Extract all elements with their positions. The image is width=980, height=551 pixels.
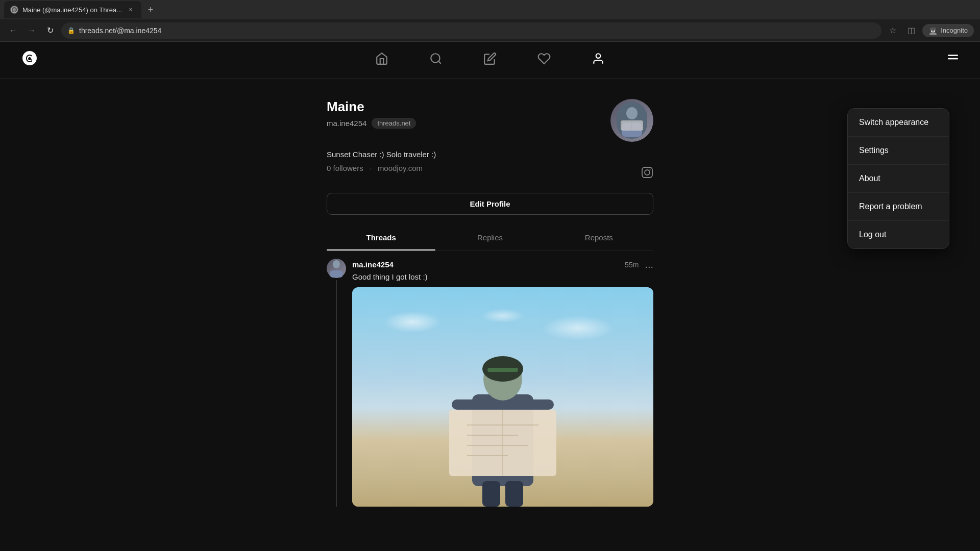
browser-tab-bar: Maine (@ma.ine4254) on Threa... × + bbox=[0, 0, 980, 19]
profile-nav-icon[interactable] bbox=[592, 52, 605, 68]
profile-badge: threads.net bbox=[372, 118, 416, 129]
svg-point-12 bbox=[626, 107, 638, 119]
dropdown-settings[interactable]: Settings bbox=[848, 137, 949, 165]
dropdown-report-problem[interactable]: Report a problem bbox=[848, 193, 949, 221]
svg-point-2 bbox=[929, 32, 937, 35]
profile-stats-row: 0 followers · moodjoy.com bbox=[327, 164, 653, 183]
svg-line-7 bbox=[438, 61, 441, 64]
tab-replies[interactable]: Replies bbox=[435, 225, 544, 250]
incognito-icon bbox=[928, 26, 938, 35]
incognito-label: Incognito bbox=[941, 27, 968, 34]
tab-threads[interactable]: Threads bbox=[327, 225, 435, 250]
profile-bio: Sunset Chaser :) Solo traveler :) bbox=[327, 150, 653, 159]
profile-section: Maine ma.ine4254 threads.net bbox=[316, 79, 664, 251]
post-thread-line bbox=[336, 280, 337, 507]
svg-point-17 bbox=[645, 170, 650, 175]
post-text: Good thing I got lost :) bbox=[352, 272, 653, 281]
forward-button[interactable]: → bbox=[24, 23, 39, 38]
incognito-badge: Incognito bbox=[922, 24, 974, 37]
post-header: ma.ine4254 55m ... bbox=[352, 259, 653, 270]
dropdown-switch-appearance[interactable]: Switch appearance bbox=[848, 109, 949, 137]
post-meta: 55m ... bbox=[625, 259, 653, 270]
svg-point-6 bbox=[431, 54, 439, 62]
compose-nav-icon[interactable] bbox=[483, 52, 497, 68]
svg-rect-3 bbox=[930, 28, 936, 31]
lock-icon: 🔒 bbox=[67, 27, 75, 34]
dropdown-menu: Switch appearance Settings About Report … bbox=[847, 108, 949, 249]
extension-button[interactable]: ◫ bbox=[904, 23, 918, 38]
dropdown-logout[interactable]: Log out bbox=[848, 221, 949, 248]
browser-toolbar: ← → ↻ 🔒 threads.net/@ma.ine4254 ☆ ◫ Inco… bbox=[0, 19, 980, 42]
threads-logo bbox=[20, 49, 39, 71]
person-with-map bbox=[426, 313, 579, 507]
svg-rect-16 bbox=[642, 167, 652, 178]
edit-profile-button[interactable]: Edit Profile bbox=[327, 193, 653, 215]
url-text: threads.net/@ma.ine4254 bbox=[79, 27, 161, 35]
svg-rect-24 bbox=[487, 368, 518, 372]
profile-header: Maine ma.ine4254 threads.net bbox=[327, 99, 653, 142]
tab-favicon bbox=[10, 6, 18, 14]
top-nav bbox=[0, 42, 980, 79]
post-image bbox=[352, 287, 653, 507]
profile-avatar bbox=[610, 99, 653, 142]
address-bar[interactable]: 🔒 threads.net/@ma.ine4254 bbox=[61, 22, 881, 39]
app-content: Maine ma.ine4254 threads.net bbox=[0, 42, 980, 551]
svg-rect-25 bbox=[452, 399, 477, 410]
browser-tab-active[interactable]: Maine (@ma.ine4254) on Threa... × bbox=[4, 1, 141, 18]
home-nav-icon[interactable] bbox=[375, 52, 388, 68]
svg-point-5 bbox=[934, 30, 935, 32]
svg-point-19 bbox=[333, 260, 340, 268]
profile-tabs: Threads Replies Reposts bbox=[327, 225, 653, 251]
post-username: ma.ine4254 bbox=[352, 260, 394, 269]
profile-info: Maine ma.ine4254 threads.net bbox=[327, 99, 416, 129]
back-button[interactable]: ← bbox=[6, 23, 20, 38]
svg-rect-33 bbox=[482, 481, 500, 507]
tab-reposts[interactable]: Reposts bbox=[545, 225, 653, 250]
tab-close-button[interactable]: × bbox=[126, 5, 135, 14]
thread-post: ma.ine4254 55m ... Good thing I got lost… bbox=[316, 251, 664, 515]
menu-button[interactable] bbox=[946, 52, 960, 68]
svg-rect-20 bbox=[330, 270, 343, 278]
refresh-button[interactable]: ↻ bbox=[43, 23, 57, 38]
new-tab-button[interactable]: + bbox=[143, 3, 158, 17]
post-right: ma.ine4254 55m ... Good thing I got lost… bbox=[352, 259, 653, 507]
profile-name: Maine bbox=[327, 99, 416, 115]
browser-chrome: Maine (@ma.ine4254) on Threa... × + ← → … bbox=[0, 0, 980, 42]
svg-rect-34 bbox=[505, 481, 523, 507]
instagram-link[interactable] bbox=[641, 166, 653, 181]
svg-point-4 bbox=[931, 30, 933, 32]
post-time: 55m bbox=[625, 261, 639, 269]
main-content: Maine ma.ine4254 threads.net bbox=[0, 79, 980, 551]
svg-point-18 bbox=[650, 169, 651, 170]
nav-icons bbox=[375, 52, 605, 68]
post-more-button[interactable]: ... bbox=[645, 259, 653, 270]
dropdown-about[interactable]: About bbox=[848, 165, 949, 193]
profile-followers: 0 followers · moodjoy.com bbox=[327, 164, 423, 172]
post-left bbox=[327, 259, 346, 507]
search-nav-icon[interactable] bbox=[429, 52, 443, 68]
toolbar-actions: ☆ ◫ Incognito bbox=[886, 23, 974, 38]
profile-handle-row: ma.ine4254 threads.net bbox=[327, 118, 416, 129]
tab-title: Maine (@ma.ine4254) on Threa... bbox=[22, 6, 122, 14]
bookmark-button[interactable]: ☆ bbox=[886, 23, 900, 38]
svg-rect-26 bbox=[528, 399, 554, 410]
post-avatar[interactable] bbox=[327, 259, 346, 278]
heart-nav-icon[interactable] bbox=[537, 52, 551, 68]
svg-point-8 bbox=[596, 54, 601, 58]
profile-handle: ma.ine4254 bbox=[327, 119, 366, 128]
